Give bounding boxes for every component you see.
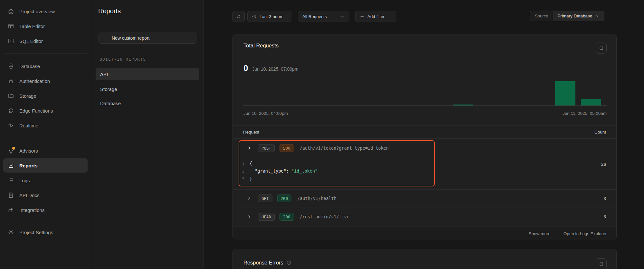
json-line: "grant_type": "id_token" — [250, 168, 317, 174]
home-icon — [8, 8, 14, 15]
sidebar-item-realtime[interactable]: Realtime — [0, 118, 91, 133]
refresh-button[interactable] — [232, 11, 245, 22]
line-number: 3 — [233, 176, 250, 181]
chart-x-labels: Jun 10, 2025, 04:00pm Jun 11, 2025, 05:0… — [243, 111, 607, 116]
request-path: /auth/v1/health — [297, 196, 336, 201]
status-badge-500: 500 — [279, 144, 294, 152]
open-in-logs-explorer-button[interactable]: Open in Logs Explorer — [564, 231, 607, 236]
open-report-external-button[interactable] — [596, 43, 607, 54]
sidebar-item-label: API Docs — [19, 193, 40, 198]
lightbulb-icon — [8, 147, 14, 154]
request-path: /rest-admin/v1/live — [300, 214, 349, 219]
json-line: { — [250, 161, 252, 166]
report-item-database[interactable]: Database — [96, 97, 199, 109]
time-range-label: Last 3 hours — [260, 14, 283, 19]
metric-timestamp: Jun 10, 2025, 07:00pm — [252, 65, 298, 72]
method-badge: HEAD — [258, 213, 275, 221]
sidebar-item-integrations[interactable]: Integrations — [0, 203, 91, 217]
request-path: /auth/v1/token?grant_type=id_token — [300, 145, 389, 151]
sidebar-item-label: Realtime — [19, 123, 38, 128]
sidebar-item-authentication[interactable]: Authentication — [0, 74, 91, 88]
card-title: Response Errors — [243, 260, 283, 266]
sidebar-item-storage[interactable]: Storage — [0, 88, 91, 103]
status-badge-200: 200 — [279, 213, 294, 221]
report-item-storage[interactable]: Storage — [96, 83, 199, 95]
source-value: Primary Database — [557, 14, 592, 18]
sidebar-item-project-settings[interactable]: Project Settings — [0, 225, 91, 240]
source-selector[interactable]: Source Primary Database — [530, 11, 604, 21]
sidebar-item-database[interactable]: Database — [0, 59, 91, 74]
chevron-right-icon[interactable] — [247, 196, 251, 201]
line-number: 1 — [233, 161, 250, 166]
refresh-icon — [236, 14, 241, 19]
clock-icon — [252, 14, 257, 19]
requests-filter-label: All Requests — [302, 14, 327, 19]
sidebar-item-label: Integrations — [19, 207, 44, 213]
plus-icon — [104, 36, 108, 40]
sidebar-item-table-editor[interactable]: Table Editor — [0, 19, 91, 34]
sidebar-item-label: Logs — [19, 178, 30, 183]
requests-filter-dropdown[interactable]: All Requests — [298, 11, 349, 22]
realtime-cursor-icon — [8, 122, 14, 129]
sidebar-gap — [0, 217, 91, 225]
table-row-head-200[interactable]: HEAD 200 /rest-admin/v1/live 3 — [233, 207, 616, 226]
x-axis-end-label: Jun 11, 2025, 05:00am — [563, 111, 607, 116]
panel-divider — [91, 22, 203, 22]
request-table-header: Request Count — [233, 125, 616, 139]
sidebar-divider — [4, 53, 87, 54]
count-column-header: Count — [594, 130, 606, 134]
sidebar-item-edge-functions[interactable]: Edge Functions — [0, 103, 91, 118]
request-count: 3 — [603, 214, 606, 219]
report-item-label: Database — [100, 101, 121, 106]
lock-icon — [8, 78, 14, 84]
request-column-header: Request — [243, 130, 259, 134]
report-item-api[interactable]: API — [96, 68, 199, 80]
sidebar-item-api-docs[interactable]: API Docs — [0, 188, 91, 203]
table-row-post-500[interactable]: POST 500 /auth/v1/token?grant_type=id_to… — [233, 139, 616, 190]
chart-plot[interactable] — [243, 80, 607, 105]
source-label: Source — [530, 11, 553, 21]
sidebar-item-logs[interactable]: Logs — [0, 173, 91, 188]
sidebar-item-label: Edge Functions — [19, 108, 53, 114]
time-range-button[interactable]: Last 3 hours — [247, 11, 291, 22]
new-custom-report-button[interactable]: New custom report — [99, 33, 196, 44]
built-in-reports-label: BUILT-IN REPORTS — [99, 57, 146, 62]
metric-value: 0 — [243, 63, 248, 73]
new-custom-report-label: New custom report — [112, 35, 149, 41]
chevron-down-icon — [340, 14, 345, 19]
table-row-get-200[interactable]: GET 200 /auth/v1/health 3 — [233, 190, 616, 207]
blocks-icon — [8, 207, 14, 213]
database-icon — [8, 63, 14, 69]
chart-icon — [8, 162, 14, 169]
chart-bar — [555, 81, 575, 105]
page-title: Reports — [98, 7, 121, 15]
sidebar-item-advisors[interactable]: Advisors — [0, 143, 91, 158]
chart-x-axis — [243, 105, 607, 106]
gear-icon — [8, 229, 14, 235]
report-item-label: API — [100, 72, 108, 77]
help-icon[interactable] — [286, 260, 292, 265]
report-item-label: Storage — [100, 86, 117, 92]
show-more-button[interactable]: Show more — [528, 231, 550, 236]
request-count: 3 — [603, 196, 606, 201]
sidebar-item-project-overview[interactable]: Project overview — [0, 4, 91, 19]
folder-icon — [8, 93, 14, 99]
terminal-icon — [8, 38, 14, 44]
request-count: 26 — [601, 162, 606, 167]
sidebar-item-reports[interactable]: Reports — [3, 158, 88, 173]
method-badge: GET — [258, 194, 272, 202]
sidebar-item-label: Advisors — [19, 148, 38, 154]
chevron-down-icon — [595, 14, 600, 18]
table-icon — [8, 23, 14, 29]
add-filter-button[interactable]: Add filter — [355, 11, 396, 22]
plus-icon — [360, 14, 365, 19]
chevron-right-icon[interactable] — [247, 214, 251, 219]
status-badge-200: 200 — [277, 194, 292, 202]
external-link-icon — [599, 262, 604, 266]
json-separator: : — [286, 168, 291, 174]
open-report-external-button[interactable] — [596, 258, 607, 269]
chevron-right-icon[interactable] — [247, 146, 251, 150]
file-text-icon — [8, 192, 14, 198]
sidebar-item-sql-editor[interactable]: SQL Editor — [0, 34, 91, 48]
response-errors-card: Response Errors — [232, 249, 617, 269]
